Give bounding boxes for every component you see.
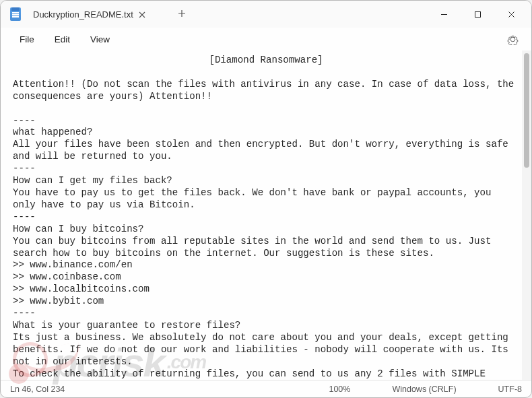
new-tab-button[interactable] [170, 5, 194, 24]
status-zoom: 100% [329, 385, 350, 394]
tab-area: Duckryption_README.txt [1, 5, 429, 24]
doc-question: what happened? [13, 127, 92, 137]
titlebar: Duckryption_README.txt [1, 1, 531, 28]
status-encoding: Windows (CRLF) [392, 385, 456, 394]
tab-close-button[interactable] [133, 6, 151, 23]
doc-question: How can I buy bitcoins? [13, 224, 144, 234]
doc-answer: You can buy bitcoins from all reputable … [13, 236, 497, 259]
menus: File Edit View [10, 31, 119, 48]
scroll-thumb[interactable] [524, 53, 529, 168]
vertical-scrollbar[interactable] [522, 51, 531, 380]
menu-file[interactable]: File [10, 31, 44, 48]
notepad-app-icon [10, 7, 21, 21]
document-tab[interactable]: Duckryption_README.txt [33, 9, 133, 20]
doc-site: >> www.binance.com/en [13, 259, 133, 270]
doc-separator: ---- [13, 163, 36, 174]
tab-title: Duckryption_README.txt [33, 9, 133, 20]
text-editor[interactable]: [Diamond Ransomware] Attention!! (Do not… [1, 51, 522, 380]
menu-edit[interactable]: Edit [45, 31, 79, 48]
doc-site: >> www.coinbase.com [13, 271, 121, 282]
doc-header: [Diamond Ransomware] [13, 55, 519, 67]
notepad-window: Duckryption_README.txt File Edit [0, 0, 532, 398]
menu-view[interactable]: View [81, 31, 119, 48]
window-controls [429, 4, 531, 24]
gear-icon [507, 34, 519, 45]
doc-question: What is your guarantee to restore files? [13, 320, 240, 331]
doc-answer: All your files have been stolen and then… [13, 139, 514, 162]
doc-answer: Its just a business. We absolutely do no… [13, 332, 514, 367]
maximize-button[interactable] [463, 4, 492, 24]
menubar: File Edit View [1, 28, 531, 51]
doc-site: >> www.bybit.com [13, 296, 104, 306]
status-position: Ln 46, Col 234 [10, 385, 329, 394]
doc-answer: To check the ability of returning files,… [13, 368, 514, 380]
doc-separator: ---- [13, 115, 36, 126]
statusbar: Ln 46, Col 234 100% Windows (CRLF) UTF-8 [1, 380, 531, 397]
content-area: [Diamond Ransomware] Attention!! (Do not… [1, 51, 531, 380]
doc-answer: You have to pay us to get the files back… [13, 187, 497, 210]
status-charset: UTF-8 [498, 385, 522, 394]
settings-button[interactable] [503, 30, 522, 48]
doc-separator: ---- [13, 211, 36, 222]
svg-rect-0 [475, 11, 480, 17]
doc-paragraph: Attention!! (Do not scan the files with … [13, 79, 520, 102]
doc-question: How can I get my files back? [13, 175, 172, 186]
minimize-button[interactable] [429, 4, 459, 24]
doc-site: >> www.localbitcoins.com [13, 284, 149, 294]
close-window-button[interactable] [496, 4, 526, 24]
doc-separator: ---- [13, 308, 36, 319]
